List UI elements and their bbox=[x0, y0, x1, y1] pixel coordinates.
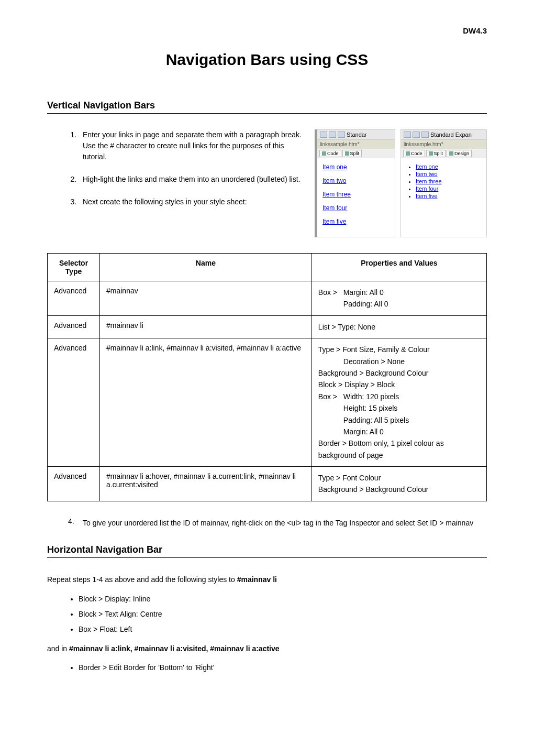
sample-link: Item four bbox=[416, 185, 438, 192]
btn-label: Design bbox=[454, 151, 469, 156]
layout-icon bbox=[338, 132, 345, 138]
sample-link: Item four bbox=[322, 204, 390, 212]
code-icon bbox=[406, 151, 410, 156]
step-item: Enter your links in page and separate th… bbox=[79, 129, 304, 162]
doc-header-code: DW4.3 bbox=[47, 26, 487, 35]
split-icon bbox=[429, 151, 433, 156]
prop-line: Padding: All 0 bbox=[318, 298, 480, 310]
screenshot-panel: Standar linkssample.htm* Code Split Item… bbox=[315, 129, 487, 237]
sample-link: Item two bbox=[322, 177, 390, 184]
horizontal-bullets-1: Block > Display: Inline Block > Text Ali… bbox=[47, 594, 487, 635]
sample-link: Item two bbox=[416, 171, 438, 177]
and-in-line: and in #mainnav li a:link, #mainnav li a… bbox=[47, 643, 487, 654]
btn-label: Code bbox=[411, 151, 422, 156]
toolbar-label: Standard bbox=[430, 132, 454, 138]
cell-selector-type: Advanced bbox=[48, 338, 100, 467]
col-props: Properties and Values bbox=[312, 254, 486, 281]
and-in-bold: #mainnav li a:link, #mainnav li a:visite… bbox=[69, 644, 280, 653]
toolbar-label: Expan bbox=[455, 132, 472, 138]
prop-line: Box > Width: 120 pixels bbox=[318, 392, 399, 401]
btn-label: Code bbox=[327, 151, 339, 156]
cell-props: Type > Font Size, Family & Colour Decora… bbox=[312, 338, 486, 467]
prop-line: Padding: All 5 pixels bbox=[318, 414, 480, 426]
sample-link: Item five bbox=[416, 193, 438, 199]
steps-column: Enter your links in page and separate th… bbox=[47, 129, 304, 237]
mock-view-bar: Code Split Design bbox=[401, 149, 486, 158]
section-heading-horizontal: Horizontal Navigation Bar bbox=[47, 544, 487, 558]
table-row: Advanced #mainnav li a:hover, #mainnav l… bbox=[48, 467, 487, 501]
prop-line: Border > Bottom only, 1 pixel colour as … bbox=[318, 439, 444, 459]
list-item: Border > Edit Border for 'Bottom' to 'Ri… bbox=[79, 662, 487, 673]
design-view-button: Design bbox=[447, 150, 472, 157]
cell-name: #mainnav li bbox=[100, 315, 312, 338]
horizontal-bullets-2: Border > Edit Border for 'Bottom' to 'Ri… bbox=[47, 662, 487, 673]
step-text: To give your unordered list the ID of ma… bbox=[83, 517, 473, 529]
section-heading-vertical: Vertical Navigation Bars bbox=[47, 100, 487, 114]
split-view-button: Split bbox=[342, 150, 362, 157]
code-icon bbox=[322, 151, 326, 156]
cell-name: #mainnav li a:link, #mainnav li a:visite… bbox=[100, 338, 312, 467]
step-item: High-light the links and make them into … bbox=[79, 174, 304, 185]
prop-line: Background > Background Colour bbox=[318, 369, 429, 377]
sample-bullet-list: Item one Item two Item three Item four I… bbox=[406, 163, 481, 199]
layout-icon bbox=[320, 132, 327, 138]
design-icon bbox=[449, 151, 453, 156]
cell-name: #mainnav li a:hover, #mainnav li a.curre… bbox=[100, 467, 312, 501]
steps-list: Enter your links in page and separate th… bbox=[47, 129, 304, 207]
cell-props: List > Type: None bbox=[312, 315, 486, 338]
list-item: Item four bbox=[416, 185, 481, 192]
mock-content: Item one Item two Item three Item four I… bbox=[401, 158, 486, 237]
prop-line: Type > Font Size, Family & Colour bbox=[318, 345, 430, 354]
btn-label: Split bbox=[350, 151, 360, 156]
col-name: Name bbox=[100, 254, 312, 281]
list-item: Block > Text Align: Centre bbox=[79, 609, 487, 620]
cell-selector-type: Advanced bbox=[48, 281, 100, 316]
cell-props: Box > Margin: All 0 Padding: All 0 bbox=[312, 281, 486, 316]
css-properties-table: Selector Type Name Properties and Values… bbox=[47, 253, 487, 501]
step4-wrapper: 4. To give your unordered list the ID of… bbox=[47, 517, 487, 529]
sample-link: Item three bbox=[322, 191, 390, 198]
table-row: Advanced #mainnav li a:link, #mainnav li… bbox=[48, 338, 487, 467]
intro-text: Repeat steps 1-4 as above and add the fo… bbox=[47, 575, 237, 584]
intro-bold: #mainnav li bbox=[237, 575, 277, 584]
code-view-button: Code bbox=[319, 150, 341, 157]
intro-row: Enter your links in page and separate th… bbox=[47, 129, 487, 237]
mock-toolbar: Standar bbox=[317, 130, 395, 140]
mock-tab: linkssample.htm* bbox=[317, 140, 395, 149]
mock-window-paragraph-links: Standar linkssample.htm* Code Split Item… bbox=[317, 129, 395, 237]
table-row: Advanced #mainnav li List > Type: None bbox=[48, 315, 487, 338]
list-item: Item three bbox=[416, 178, 481, 184]
col-selector-type: Selector Type bbox=[48, 254, 100, 281]
list-item: Block > Display: Inline bbox=[79, 594, 487, 605]
layout-icon bbox=[413, 132, 420, 138]
prop-line: Margin: All 0 bbox=[318, 426, 480, 437]
mock-content: Item one Item two Item three Item four I… bbox=[317, 158, 395, 237]
cell-props: Type > Font Colour Background > Backgrou… bbox=[312, 467, 486, 501]
and-in-text: and in bbox=[47, 644, 69, 653]
sample-link: Item one bbox=[416, 163, 438, 170]
table-row: Advanced #mainnav Box > Margin: All 0 Pa… bbox=[48, 281, 487, 316]
mock-tab: linkssample.htm* bbox=[401, 140, 486, 149]
prop-line: Background > Background Colour bbox=[318, 485, 429, 494]
page-title: Navigation Bars using CSS bbox=[47, 51, 487, 69]
layout-icon bbox=[421, 132, 429, 138]
horizontal-intro: Repeat steps 1-4 as above and add the fo… bbox=[47, 574, 487, 585]
btn-label: Split bbox=[434, 151, 443, 156]
cell-name: #mainnav bbox=[100, 281, 312, 316]
layout-icon bbox=[404, 132, 411, 138]
prop-line: Box > Margin: All 0 bbox=[318, 288, 384, 297]
code-view-button: Code bbox=[403, 150, 425, 157]
prop-line: Decoration > None bbox=[318, 356, 480, 367]
list-item: Item one bbox=[416, 163, 481, 170]
prop-line: Block > Display > Block bbox=[318, 380, 395, 389]
sample-link: Item five bbox=[322, 218, 390, 225]
split-icon bbox=[345, 151, 349, 156]
list-item: Item five bbox=[416, 193, 481, 199]
table-header-row: Selector Type Name Properties and Values bbox=[48, 254, 487, 281]
cell-selector-type: Advanced bbox=[48, 467, 100, 501]
prop-line: Type > Font Colour bbox=[318, 474, 381, 482]
cell-selector-type: Advanced bbox=[48, 315, 100, 338]
mock-view-bar: Code Split bbox=[317, 149, 395, 158]
toolbar-label: Standar bbox=[347, 132, 367, 138]
layout-icon bbox=[329, 132, 336, 138]
